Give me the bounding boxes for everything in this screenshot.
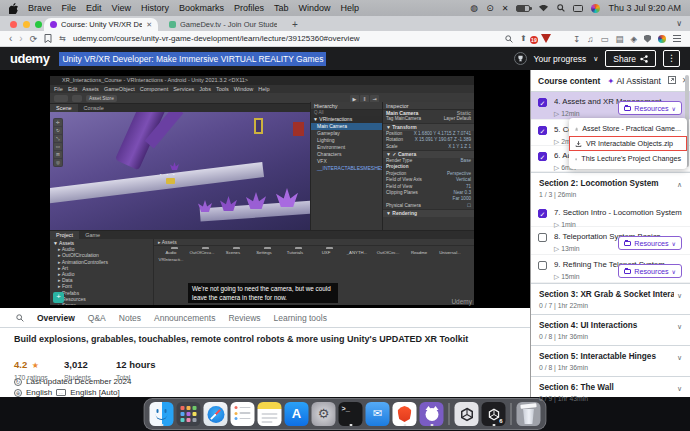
chevron-down-icon[interactable]: ∨ bbox=[677, 323, 682, 331]
display-icon[interactable] bbox=[573, 5, 583, 12]
dock-finder-icon[interactable] bbox=[150, 402, 174, 426]
sidebar-toggle-icon[interactable]: ▭ bbox=[600, 34, 608, 44]
browser-tab-inactive[interactable]: GameDev.tv - Join Our Students a bbox=[163, 18, 283, 31]
dashboard-tab[interactable]: Learning tools bbox=[274, 313, 327, 323]
lecture-5-checkbox[interactable]: ✓ bbox=[538, 126, 547, 135]
section-header[interactable]: Section 5: Interactable Hinges 0 / 8 | 1… bbox=[531, 345, 690, 376]
zoom-page-icon[interactable] bbox=[505, 35, 513, 43]
progress-caret-icon[interactable]: ∨ bbox=[593, 55, 598, 63]
media-icon[interactable]: ♫ bbox=[587, 34, 593, 44]
reload-button[interactable]: ⟳ bbox=[30, 31, 38, 47]
section-2-header[interactable]: Section 2: Locomotion System 1 / 3 | 26m… bbox=[531, 172, 690, 203]
menu-bar-item[interactable]: Brave bbox=[28, 3, 52, 13]
dock-unity-hub-icon[interactable] bbox=[455, 402, 479, 426]
dashboard-tab[interactable]: Reviews bbox=[228, 313, 260, 323]
dock-launchpad-icon[interactable] bbox=[177, 402, 201, 426]
lecture-item-4[interactable]: ✓ 4. Assets and XR Management ▷ 12min Re… bbox=[531, 92, 690, 120]
dock-unity-6-icon[interactable]: 6 bbox=[482, 402, 506, 426]
menu-bar-item[interactable]: File bbox=[62, 3, 77, 13]
input-icon[interactable]: ✕ bbox=[502, 4, 509, 13]
dashboard-tab[interactable]: Overview bbox=[37, 313, 75, 323]
dock-mail-icon[interactable]: ✉ bbox=[366, 402, 390, 426]
menu-bar-item[interactable]: Window bbox=[298, 3, 330, 13]
menu-bar-item[interactable]: Profiles bbox=[234, 3, 264, 13]
share-page-icon[interactable]: ⬆ bbox=[520, 31, 527, 47]
maximize-window-button[interactable] bbox=[35, 21, 42, 28]
dropdown-item-vr-interactable-objects[interactable]: VR Interactable Objects.zip bbox=[569, 136, 687, 151]
vpn-icon[interactable]: ◍ bbox=[470, 3, 478, 13]
your-progress-label[interactable]: Your progress bbox=[534, 54, 587, 64]
brave-rewards-icon[interactable] bbox=[541, 34, 551, 43]
search-icon[interactable] bbox=[16, 314, 24, 322]
dropdown-item-project-changes[interactable]: This Lecture's Project Changes bbox=[569, 151, 687, 166]
share-button[interactable]: Share bbox=[605, 50, 656, 67]
dock-system-settings-icon[interactable]: ⚙ bbox=[312, 402, 336, 426]
udemy-logo[interactable]: udemy bbox=[10, 51, 49, 66]
menu-bar-item[interactable]: Tab bbox=[274, 3, 289, 13]
lecture-item-7[interactable]: ✓ 7. Section Intro - Locomotion System ▷… bbox=[531, 203, 690, 227]
dock-notes-icon[interactable] bbox=[258, 402, 282, 426]
lecture-9-checkbox[interactable] bbox=[538, 261, 547, 270]
lecture-6-checkbox[interactable]: ✓ bbox=[538, 152, 547, 161]
lecture-item-9[interactable]: 9. Refining The Teleport System ▷ 15min … bbox=[531, 255, 690, 283]
wallet-icon[interactable]: ▤ bbox=[615, 34, 623, 44]
extension-shield-icon[interactable] bbox=[644, 35, 651, 43]
reading-list-icon[interactable] bbox=[44, 34, 52, 43]
resources-button[interactable]: Resources∨ bbox=[618, 236, 682, 250]
course-options-button[interactable]: ⋮ bbox=[663, 50, 680, 67]
dock-safari-icon[interactable] bbox=[204, 402, 228, 426]
screen-record-icon[interactable]: ⊙ bbox=[486, 3, 494, 13]
browser-tab-active[interactable]: Course: Unity VR/XR Develope ✕ bbox=[44, 18, 158, 31]
chevron-up-icon[interactable]: ∧ bbox=[677, 181, 682, 189]
menu-bar-item[interactable]: Bookmarks bbox=[179, 3, 224, 13]
extension-colorwheel-icon[interactable] bbox=[658, 35, 666, 43]
back-button[interactable]: ‹ bbox=[9, 31, 12, 47]
dashboard-tab[interactable]: Notes bbox=[119, 313, 141, 323]
dock-github-desktop-icon[interactable] bbox=[420, 402, 444, 426]
extension-diamond-icon[interactable]: ◈ bbox=[630, 34, 637, 44]
close-tab-icon[interactable]: ✕ bbox=[146, 21, 152, 29]
dashboard-tab[interactable]: Announcements bbox=[154, 313, 215, 323]
battery-icon[interactable] bbox=[516, 5, 530, 12]
dock-trash-icon[interactable] bbox=[517, 402, 541, 426]
dashboard-tab[interactable]: Q&A bbox=[88, 313, 106, 323]
tab-search-icon[interactable]: ∨ bbox=[676, 19, 682, 28]
lecture-8-checkbox[interactable] bbox=[538, 233, 547, 242]
browser-menu-icon[interactable] bbox=[673, 35, 681, 42]
lecture-4-checkbox[interactable]: ✓ bbox=[538, 98, 547, 107]
menu-bar-item[interactable]: View bbox=[112, 3, 131, 13]
dock-app-store-icon[interactable]: A bbox=[285, 402, 309, 426]
video-player[interactable]: XR_Interactions_Course - VRInteractions … bbox=[0, 70, 530, 308]
forward-button[interactable]: › bbox=[19, 31, 22, 47]
section-header[interactable]: Section 3: XR Grab & Socket Interactable… bbox=[531, 283, 690, 314]
section-header[interactable]: Section 4: UI Interactions 0 / 8 | 1hr 3… bbox=[531, 314, 690, 345]
menu-bar-item[interactable]: History bbox=[141, 3, 169, 13]
menu-bar-item[interactable]: Help bbox=[340, 3, 359, 13]
course-title-selected[interactable]: Unity VR/XR Developer: Make Immersive VI… bbox=[59, 52, 326, 66]
resources-button[interactable]: Resources∨ bbox=[618, 101, 682, 115]
downloads-icon[interactable]: ↧ bbox=[573, 34, 580, 44]
dock-brave-icon[interactable] bbox=[393, 402, 417, 426]
menu-bar-clock[interactable]: Thu 3 Jul 9:20 AM bbox=[608, 3, 681, 13]
menu-bar-item[interactable]: Edit bbox=[86, 3, 102, 13]
close-window-button[interactable] bbox=[10, 21, 17, 28]
dropdown-item-asset-store[interactable]: Asset Store - Practical Game... bbox=[569, 121, 687, 136]
minimize-window-button[interactable] bbox=[23, 21, 30, 28]
tab-ai-assistant[interactable]: ✦ AI Assistant bbox=[607, 76, 660, 86]
tab-course-content[interactable]: Course content bbox=[538, 76, 600, 86]
new-tab-button[interactable]: + bbox=[292, 19, 298, 30]
chevron-down-icon[interactable]: ∨ bbox=[677, 354, 682, 362]
apple-menu-icon[interactable] bbox=[9, 3, 18, 13]
site-settings-icon[interactable]: ⇆ bbox=[59, 31, 66, 47]
siri-icon[interactable] bbox=[591, 4, 600, 13]
expand-panel-icon[interactable] bbox=[668, 76, 676, 84]
chevron-down-icon[interactable]: ∨ bbox=[677, 292, 682, 300]
spotlight-icon[interactable] bbox=[557, 4, 565, 12]
dock-reminders-icon[interactable] bbox=[231, 402, 255, 426]
resources-button[interactable]: Resources∨ bbox=[618, 264, 682, 278]
chevron-down-icon[interactable]: ∨ bbox=[677, 385, 682, 393]
lecture-7-checkbox[interactable]: ✓ bbox=[538, 209, 547, 218]
dock-terminal-icon[interactable]: >_ bbox=[339, 402, 363, 426]
section-header[interactable]: Section 6: The Wall 0 / 9 | 1hr 43min ∨ bbox=[531, 376, 690, 407]
wifi-icon[interactable] bbox=[538, 4, 549, 12]
